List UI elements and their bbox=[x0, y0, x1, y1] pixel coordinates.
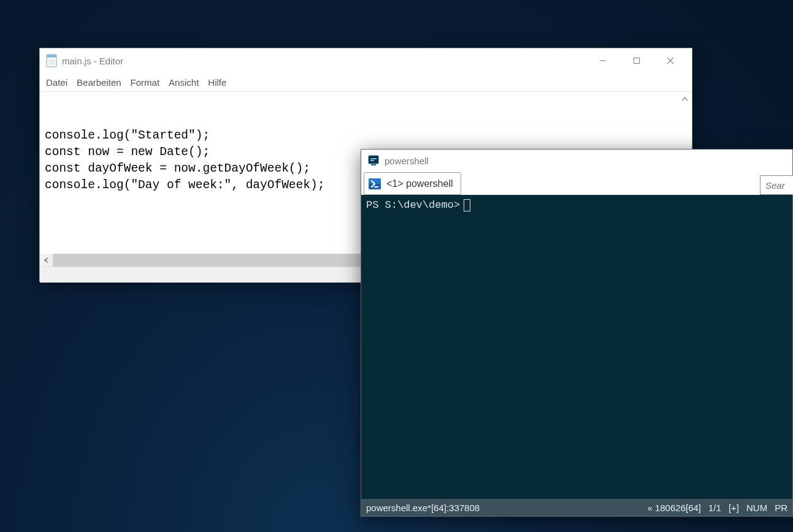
scroll-left-icon[interactable] bbox=[40, 254, 53, 267]
svg-rect-12 bbox=[369, 156, 378, 164]
powershell-tab[interactable]: <1> powershell bbox=[364, 172, 461, 195]
menu-help[interactable]: Hilfe bbox=[208, 77, 226, 88]
svg-point-4 bbox=[54, 56, 55, 57]
terminal-search-input[interactable] bbox=[760, 175, 793, 195]
menu-view[interactable]: Ansicht bbox=[169, 77, 199, 88]
maximize-button[interactable] bbox=[619, 50, 653, 71]
status-expand[interactable]: [+] bbox=[729, 503, 739, 513]
status-extra: PR bbox=[775, 503, 787, 513]
powershell-tabbar: <1> powershell bbox=[361, 172, 792, 195]
terminal-output[interactable]: PS S:\dev\demo> bbox=[361, 195, 792, 499]
terminal-cursor bbox=[464, 199, 470, 211]
close-button[interactable] bbox=[653, 50, 687, 71]
status-process: powershell.exe*[64]:337808 bbox=[366, 503, 647, 513]
menu-edit[interactable]: Bearbeiten bbox=[77, 77, 121, 88]
svg-point-3 bbox=[51, 56, 52, 57]
editor-window-title: main.js - Editor bbox=[62, 56, 586, 66]
status-num: NUM bbox=[746, 503, 767, 513]
powershell-window: powershell <1> powershell PS S:\dev\demo… bbox=[361, 149, 793, 517]
svg-rect-13 bbox=[370, 158, 377, 159]
conemu-icon bbox=[367, 154, 380, 167]
minimize-button[interactable] bbox=[586, 50, 619, 71]
powershell-window-title: powershell bbox=[385, 156, 429, 166]
status-build: « 180626[64] bbox=[647, 503, 701, 513]
menu-file[interactable]: Datei bbox=[46, 77, 67, 88]
editor-menubar: Datei Bearbeiten Format Ansicht Hilfe bbox=[40, 73, 692, 91]
menu-format[interactable]: Format bbox=[131, 77, 160, 88]
notepad-icon bbox=[46, 54, 57, 67]
svg-point-2 bbox=[48, 56, 50, 57]
powershell-icon bbox=[368, 177, 381, 191]
terminal-prompt: PS S:\dev\demo> bbox=[366, 199, 460, 212]
status-pane: 1/1 bbox=[708, 503, 721, 513]
powershell-titlebar[interactable]: powershell bbox=[361, 150, 792, 172]
svg-rect-14 bbox=[370, 160, 374, 161]
svg-rect-9 bbox=[634, 58, 639, 64]
window-controls bbox=[586, 50, 687, 71]
scroll-up-icon[interactable] bbox=[680, 94, 690, 104]
svg-rect-15 bbox=[371, 164, 376, 165]
terminal-prompt-line: PS S:\dev\demo> bbox=[366, 199, 787, 212]
terminal-statusbar: powershell.exe*[64]:337808 « 180626[64] … bbox=[361, 499, 792, 516]
editor-titlebar[interactable]: main.js - Editor bbox=[40, 48, 692, 73]
powershell-tab-label: <1> powershell bbox=[386, 178, 453, 189]
